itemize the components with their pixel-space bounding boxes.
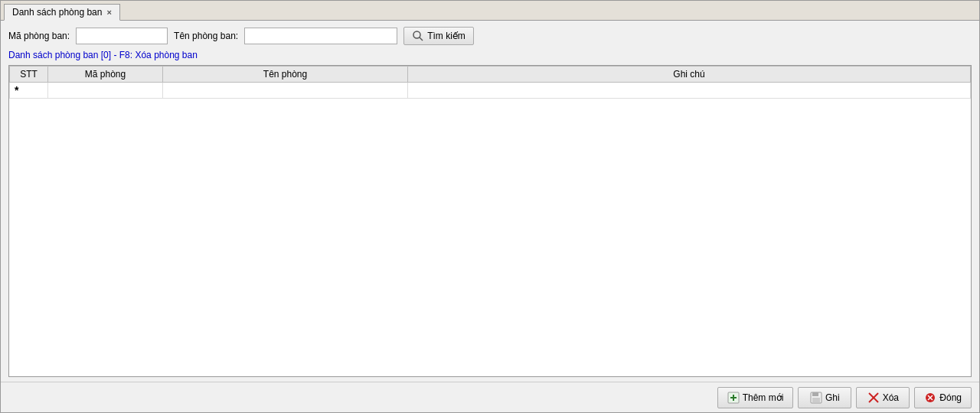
new-row-asterisk: *	[10, 83, 48, 99]
delete-icon	[867, 392, 880, 404]
close-label: Đóng	[939, 392, 962, 403]
new-row-ghi[interactable]	[408, 83, 971, 99]
data-table: STT Mã phòng Tên phòng Ghi chú *	[9, 66, 971, 99]
main-window: Danh sách phòng ban × Mã phòng ban: Tên …	[0, 0, 980, 413]
bottom-bar: Thêm mới Ghi Xóa	[1, 382, 979, 412]
search-btn-label: Tìm kiếm	[427, 31, 466, 41]
add-icon	[727, 392, 740, 404]
delete-button[interactable]: Xóa	[856, 387, 910, 408]
col-header-ten: Tên phòng	[163, 67, 408, 83]
svg-point-0	[413, 31, 420, 38]
search-icon	[412, 30, 424, 42]
save-button[interactable]: Ghi	[798, 387, 851, 408]
tab-bar: Danh sách phòng ban ×	[1, 1, 979, 21]
save-icon	[810, 392, 822, 404]
tab-close-icon[interactable]: ×	[106, 8, 111, 17]
svg-rect-7	[812, 398, 820, 402]
search-row: Mã phòng ban: Tên phòng ban: Tìm kiếm	[8, 27, 972, 45]
ten-phong-label: Tên phòng ban:	[174, 31, 238, 41]
info-link[interactable]: Danh sách phòng ban [0] - F8: Xóa phòng …	[8, 50, 972, 60]
col-header-stt: STT	[10, 67, 48, 83]
new-row-ten[interactable]	[163, 83, 408, 99]
ma-phong-label: Mã phòng ban:	[8, 31, 70, 41]
col-header-ma: Mã phòng	[48, 67, 163, 83]
content-area: Mã phòng ban: Tên phòng ban: Tìm kiếm Da…	[1, 21, 979, 382]
ten-phong-input[interactable]	[244, 28, 397, 44]
tab-label: Danh sách phòng ban	[12, 7, 102, 18]
add-label: Thêm mới	[743, 392, 784, 403]
table-container: STT Mã phòng Tên phòng Ghi chú *	[8, 65, 972, 377]
delete-label: Xóa	[883, 392, 899, 403]
tab-danh-sach[interactable]: Danh sách phòng ban ×	[4, 4, 120, 21]
close-button[interactable]: Đóng	[914, 387, 972, 408]
new-row-marker: *	[10, 83, 971, 99]
svg-rect-6	[812, 392, 818, 396]
add-button[interactable]: Thêm mới	[717, 387, 794, 408]
search-button[interactable]: Tìm kiếm	[403, 27, 474, 45]
close-icon	[924, 392, 936, 404]
save-label: Ghi	[825, 392, 840, 403]
svg-line-1	[420, 37, 423, 41]
new-row-ma[interactable]	[48, 83, 163, 99]
col-header-ghi: Ghi chú	[408, 67, 971, 83]
ma-phong-input[interactable]	[76, 28, 168, 44]
